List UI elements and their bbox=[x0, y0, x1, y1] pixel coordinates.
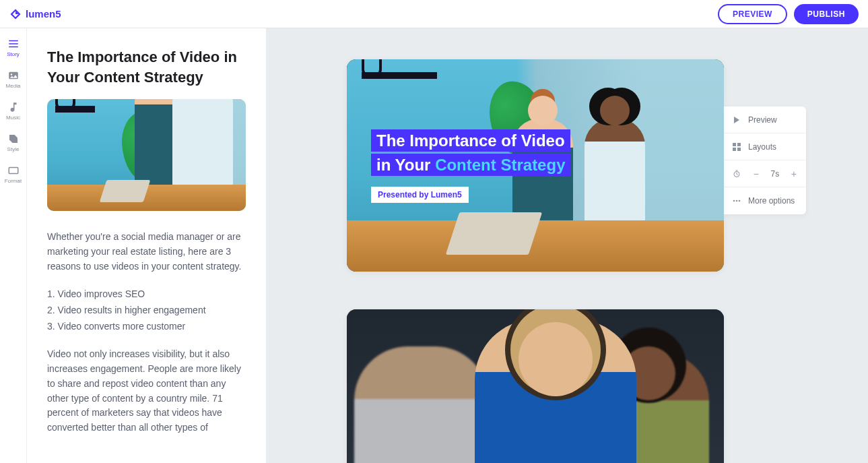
rail-label: Music bbox=[6, 115, 20, 121]
svg-rect-7 bbox=[737, 143, 741, 146]
rail-label: Story bbox=[7, 51, 20, 57]
rail-label: Style bbox=[7, 146, 20, 152]
slide-tool-label: Layouts bbox=[748, 142, 776, 152]
rail-label: Media bbox=[6, 83, 21, 89]
svg-point-4 bbox=[10, 73, 11, 75]
duration-decrease-button[interactable]: − bbox=[752, 169, 760, 179]
slide-toolbar: Preview Layouts − 7s + bbox=[724, 106, 806, 214]
rail-item-story[interactable]: Story bbox=[0, 38, 26, 57]
slide-tool-more[interactable]: More options bbox=[724, 187, 806, 214]
svg-point-11 bbox=[733, 200, 735, 202]
slide-2[interactable] bbox=[347, 309, 724, 463]
svg-rect-8 bbox=[733, 148, 736, 151]
svg-point-12 bbox=[736, 200, 738, 202]
svg-rect-9 bbox=[737, 148, 741, 151]
story-hero-image[interactable] bbox=[47, 99, 246, 211]
rail-label: Format bbox=[5, 178, 22, 184]
slide-tool-duration: − 7s + bbox=[724, 160, 806, 187]
slide-row-1: The Importance of Video in Your Content … bbox=[347, 59, 841, 272]
rail-item-format[interactable]: Format bbox=[0, 164, 26, 184]
slide-tool-layouts[interactable]: Layouts bbox=[724, 133, 806, 160]
story-icon bbox=[7, 38, 20, 50]
brand-logo[interactable]: lumen5 bbox=[9, 8, 61, 20]
story-intro: Whether you're a social media manager or… bbox=[47, 230, 246, 274]
slide-1-line1: The Importance of Video bbox=[371, 129, 570, 152]
slide-1-subtitle: Presented by Lumen5 bbox=[371, 187, 469, 203]
timer-icon bbox=[732, 170, 741, 178]
slide-1[interactable]: The Importance of Video in Your Content … bbox=[347, 59, 724, 272]
style-icon bbox=[7, 133, 20, 145]
format-icon bbox=[7, 164, 20, 177]
slide-tool-label: More options bbox=[748, 196, 795, 206]
svg-point-13 bbox=[739, 200, 741, 202]
story-body[interactable]: Whether you're a social media manager or… bbox=[47, 230, 246, 435]
nav-rail: Story Media Music Style Format bbox=[0, 28, 27, 463]
svg-rect-6 bbox=[733, 143, 736, 146]
story-list-item: 1. Video improves SEO bbox=[47, 287, 246, 302]
slide-1-line2a: in Your bbox=[376, 156, 435, 174]
story-list-item: 2. Video results in higher engagement bbox=[47, 303, 246, 318]
more-icon bbox=[732, 199, 741, 202]
brand-name: lumen5 bbox=[26, 8, 61, 20]
slide-1-line2b: Content Strategy bbox=[435, 156, 565, 174]
media-icon bbox=[7, 69, 20, 82]
duration-value: 7s bbox=[770, 169, 779, 179]
music-icon bbox=[7, 101, 20, 113]
layouts-icon bbox=[732, 143, 741, 151]
slide-tool-label: Preview bbox=[748, 115, 777, 125]
lumen5-logo-icon bbox=[9, 8, 22, 20]
rail-item-style[interactable]: Style bbox=[0, 133, 26, 152]
story-list-item: 3. Video converts more customer bbox=[47, 319, 246, 334]
story-title[interactable]: The Importance of Video in Your Content … bbox=[47, 47, 246, 87]
svg-rect-5 bbox=[9, 168, 18, 174]
preview-button[interactable]: PREVIEW bbox=[718, 4, 787, 24]
canvas: The Importance of Video in Your Content … bbox=[266, 28, 868, 463]
slide-row-2 bbox=[347, 309, 841, 463]
slide-1-text-overlay[interactable]: The Importance of Video in Your Content … bbox=[347, 59, 724, 272]
publish-button[interactable]: PUBLISH bbox=[794, 4, 859, 24]
topbar: lumen5 PREVIEW PUBLISH bbox=[0, 0, 868, 28]
duration-increase-button[interactable]: + bbox=[790, 169, 798, 179]
story-list: 1. Video improves SEO 2. Video results i… bbox=[47, 287, 246, 334]
story-paragraph: Video not only increases visibility, but… bbox=[47, 347, 246, 435]
play-icon bbox=[732, 117, 741, 123]
story-panel: The Importance of Video in Your Content … bbox=[27, 28, 266, 463]
slide-tool-preview[interactable]: Preview bbox=[724, 106, 806, 133]
rail-item-media[interactable]: Media bbox=[0, 69, 26, 89]
rail-item-music[interactable]: Music bbox=[0, 101, 26, 121]
